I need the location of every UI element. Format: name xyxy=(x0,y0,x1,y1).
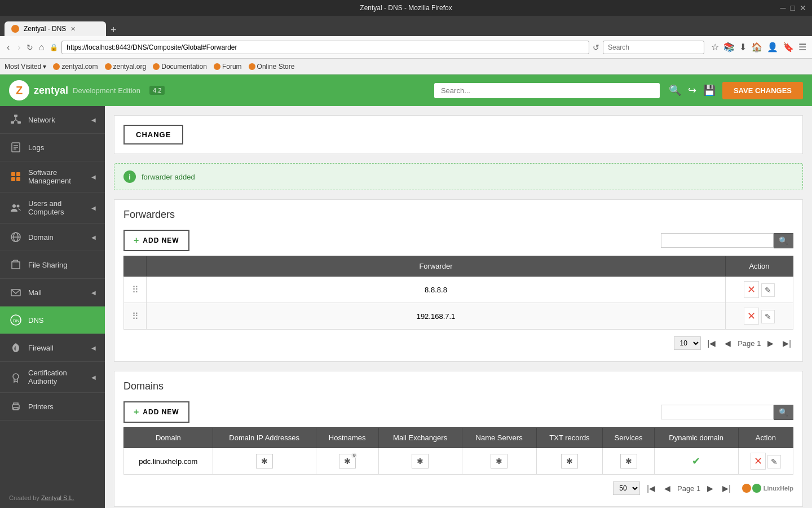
domain-edit-btn[interactable]: ✎ xyxy=(767,455,781,468)
check-icon: ✔ xyxy=(692,456,700,467)
domain-chevron: ◀ xyxy=(91,234,96,240)
address-bar: ‹ › ↻ ⌂ 🔒 ↺ ☆ 📚 ⬇ 🏠 👤 🔖 ☰ xyxy=(0,36,812,59)
pocket-icon[interactable]: 🔖 xyxy=(782,41,795,54)
forwarder-delete-btn[interactable]: ✕ xyxy=(744,308,759,325)
window-controls[interactable]: ─ □ ✕ xyxy=(780,3,806,12)
minimize-btn[interactable]: ─ xyxy=(780,3,786,12)
change-btn[interactable]: CHANGE xyxy=(123,125,183,144)
forum-label: Forum xyxy=(222,63,242,71)
drag-handle-icon[interactable]: ⠿ xyxy=(132,285,139,295)
most-visited-bookmark[interactable]: Most Visited ▾ xyxy=(5,63,46,71)
zentyal-com-bookmark[interactable]: zentyal.com xyxy=(53,63,98,71)
sidebar-item-certauth[interactable]: Certification Authority ◀ xyxy=(0,362,105,393)
maximize-btn[interactable]: □ xyxy=(791,3,795,12)
save-changes-btn[interactable]: SAVE CHANGES xyxy=(722,82,803,99)
domains-pagination: 50 10 25 |◀ ◀ Page 1 ▶ ▶| LinuxHelp xyxy=(123,479,793,497)
domain-ip-btn[interactable]: ✱ xyxy=(256,454,273,468)
firewall-label: Firewall xyxy=(28,344,86,352)
bookmark-star-icon[interactable]: ☆ xyxy=(710,41,720,54)
domains-per-page-select[interactable]: 50 10 25 xyxy=(613,481,640,495)
back-btn[interactable]: ‹ xyxy=(5,40,12,55)
drag-handle-cell: ⠿ xyxy=(124,303,147,330)
network-chevron: ◀ xyxy=(91,117,96,123)
firewall-icon xyxy=(9,341,23,354)
forwarder-cell: 192.168.7.1 xyxy=(147,303,726,330)
name-servers-btn[interactable]: ✱ xyxy=(491,454,508,468)
forwarder-col-header: Forwarder xyxy=(147,256,726,277)
sidebar-item-logs[interactable]: Logs xyxy=(0,134,105,161)
forwarders-last-page-btn[interactable]: ▶| xyxy=(780,338,793,349)
drag-handle-icon[interactable]: ⠿ xyxy=(132,312,139,321)
logs-icon xyxy=(9,141,23,154)
browser-search-input[interactable] xyxy=(603,41,704,54)
hostnames-col-header: Hostnames xyxy=(316,428,378,448)
sidebar-item-filesharing[interactable]: File Sharing xyxy=(0,251,105,279)
mail-exchangers-btn[interactable]: ✱ xyxy=(412,454,429,468)
sidebar-item-dns[interactable]: DNS DNS xyxy=(0,306,105,334)
forwarder-edit-btn[interactable]: ✎ xyxy=(761,310,775,323)
forwarders-next-page-btn[interactable]: ▶ xyxy=(765,338,776,349)
domains-add-new-btn[interactable]: + ADD NEW xyxy=(123,401,189,423)
home-btn[interactable]: ⌂ xyxy=(37,40,47,55)
logo-edition: Development Edition xyxy=(73,86,140,95)
sidebar-item-mail[interactable]: Mail ◀ xyxy=(0,279,105,306)
logo-icon: Z xyxy=(9,80,29,100)
menu-icon[interactable]: ☰ xyxy=(797,41,807,54)
toolbar-icons: ☆ 📚 ⬇ 🏠 👤 🔖 ☰ xyxy=(710,41,807,54)
new-tab-btn[interactable]: + xyxy=(111,24,117,36)
services-btn[interactable]: ✱ xyxy=(620,454,637,468)
forwarders-section: Forwarders + ADD NEW 🔍 F xyxy=(114,199,803,362)
home-icon[interactable]: 🏠 xyxy=(750,41,764,54)
forwarders-first-page-btn[interactable]: |◀ xyxy=(705,338,718,349)
sidebar-item-network[interactable]: Network ◀ xyxy=(0,106,105,134)
navbar-save-icon-btn[interactable]: 💾 xyxy=(703,84,716,97)
sidebar-item-domain[interactable]: Domain ◀ xyxy=(0,224,105,251)
sidebar-item-software[interactable]: Software Management ◀ xyxy=(0,161,105,192)
forward-btn[interactable]: › xyxy=(15,40,23,55)
documentation-bookmark[interactable]: Documentation xyxy=(153,63,207,71)
sidebar-item-printers[interactable]: Printers xyxy=(0,393,105,421)
close-btn[interactable]: ✕ xyxy=(800,3,806,12)
forwarders-per-page-select[interactable]: 10 25 50 xyxy=(674,336,701,350)
forwarder-delete-btn[interactable]: ✕ xyxy=(744,281,759,298)
forwarders-search-btn[interactable]: 🔍 xyxy=(774,233,793,248)
domains-search-input[interactable] xyxy=(661,405,774,419)
navbar-search-input[interactable] xyxy=(434,83,660,98)
forwarders-add-new-btn[interactable]: + ADD NEW xyxy=(123,230,189,251)
domain-delete-btn[interactable]: ✕ xyxy=(751,453,766,470)
domains-prev-page-btn[interactable]: ◀ xyxy=(662,483,673,494)
txt-records-btn[interactable]: ✱ xyxy=(561,454,578,468)
download-icon[interactable]: ⬇ xyxy=(738,41,748,54)
reload-btn[interactable]: ↻ xyxy=(27,43,33,52)
software-chevron: ◀ xyxy=(91,174,96,180)
forwarders-title: Forwarders xyxy=(123,209,793,221)
forwarder-edit-btn[interactable]: ✎ xyxy=(761,283,775,297)
active-tab[interactable]: Zentyal - DNS ✕ xyxy=(5,21,106,36)
address-input[interactable] xyxy=(61,41,589,54)
alert-success: i forwarder added xyxy=(114,163,803,190)
forum-bookmark[interactable]: Forum xyxy=(214,63,242,71)
domains-search-btn[interactable]: 🔍 xyxy=(774,405,793,420)
svg-rect-12 xyxy=(11,177,15,181)
domains-last-page-btn[interactable]: ▶| xyxy=(720,483,733,494)
tab-close-btn[interactable]: ✕ xyxy=(70,25,76,33)
sidebar-footer: Created by Zentyal S.L. xyxy=(0,488,105,508)
zentyal-org-bookmark[interactable]: zentyal.org xyxy=(105,63,147,71)
bookmarks-panel-icon[interactable]: 📚 xyxy=(722,41,736,54)
sidebar-item-firewall[interactable]: Firewall ◀ xyxy=(0,334,105,362)
profile-icon[interactable]: 👤 xyxy=(766,41,779,54)
refresh-btn[interactable]: ↺ xyxy=(593,43,599,52)
domains-first-page-btn[interactable]: |◀ xyxy=(645,483,657,494)
app-wrapper: Z zentyal Development Edition 4.2 🔍 ↪ 💾 … xyxy=(0,75,812,508)
navbar-logout-btn[interactable]: ↪ xyxy=(688,84,696,97)
action-col-header: Action xyxy=(726,256,793,277)
app-body: Network ◀ Logs Software Management ◀ xyxy=(0,106,812,508)
window-title: Zentyal - DNS - Mozilla Firefox xyxy=(360,4,452,12)
navbar-search-btn[interactable]: 🔍 xyxy=(669,84,681,97)
online-store-bookmark[interactable]: Online Store xyxy=(249,63,295,71)
sidebar-item-users[interactable]: Users and Computers ◀ xyxy=(0,192,105,224)
forwarders-search-input[interactable] xyxy=(661,233,774,248)
forwarders-prev-page-btn[interactable]: ◀ xyxy=(722,338,733,349)
domains-next-page-btn[interactable]: ▶ xyxy=(705,483,716,494)
footer-link[interactable]: Zentyal S.L. xyxy=(41,494,74,501)
